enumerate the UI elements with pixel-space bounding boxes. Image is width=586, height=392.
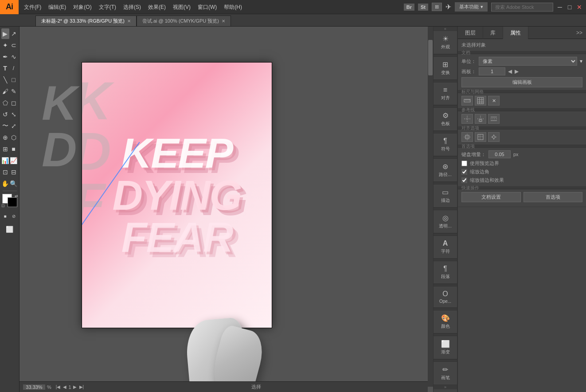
search-input[interactable] bbox=[491, 3, 553, 12]
paintbrush-tool[interactable]: 🖌 bbox=[1, 86, 9, 97]
gradient-tool[interactable]: ■ bbox=[10, 144, 18, 154]
menu-file[interactable]: 文件(F) bbox=[20, 0, 45, 14]
rotate-tool[interactable]: ↺ bbox=[1, 109, 9, 120]
mid-panel-stroke[interactable]: ▭ 描边 bbox=[434, 184, 457, 208]
tab-properties[interactable]: 属性 bbox=[503, 27, 528, 39]
preferences-button[interactable]: 首选项 bbox=[523, 192, 583, 202]
minimize-button[interactable]: ─ bbox=[557, 4, 563, 10]
reset-colors-icon[interactable]: ⊡ bbox=[1, 204, 5, 208]
canvas-area[interactable]: KEEP DYING FEAR KDF KD bbox=[20, 27, 433, 392]
magic-wand-tool[interactable]: ✦ bbox=[1, 40, 9, 51]
snap-grid-btn[interactable] bbox=[475, 132, 486, 142]
next-page-btn[interactable]: ▶ bbox=[72, 384, 78, 389]
vertical-scrollbar[interactable] bbox=[428, 27, 433, 387]
tab-close-untitled[interactable]: ✕ bbox=[127, 19, 131, 24]
mid-panel-color[interactable]: 🎨 颜色 bbox=[434, 310, 457, 333]
show-guides-btn[interactable] bbox=[461, 114, 473, 124]
mid-panel-brushes[interactable]: ✏ 画笔 bbox=[434, 362, 457, 385]
lasso-tool[interactable]: ⊂ bbox=[10, 40, 18, 51]
tab-untitled[interactable]: 未标题-2* @ 33.33% (RGB/GPU 预览) ✕ bbox=[35, 16, 137, 26]
keyboard-increment-input[interactable] bbox=[488, 150, 511, 158]
mesh-tool[interactable]: ⊞ bbox=[1, 144, 9, 154]
zoom-tool[interactable]: 🔍 bbox=[10, 178, 18, 189]
tab-layers[interactable]: 图层 bbox=[458, 27, 483, 39]
selection-tool[interactable]: ▶ bbox=[1, 28, 9, 39]
bar-chart-tool[interactable]: 📈 bbox=[10, 155, 18, 166]
none-btn[interactable]: ⊘ bbox=[10, 211, 18, 221]
scale-strokes-checkbox[interactable] bbox=[461, 177, 467, 183]
snap-point-btn[interactable] bbox=[461, 132, 473, 142]
snap-pixel-btn[interactable] bbox=[488, 132, 500, 142]
mid-panel-symbols[interactable]: ¶ 符号 bbox=[434, 133, 457, 156]
scale-tool[interactable]: ⤡ bbox=[10, 109, 18, 120]
rect-tool[interactable]: □ bbox=[10, 74, 18, 85]
panel-expand-icon[interactable]: >> bbox=[573, 27, 586, 39]
puppet-warp-tool[interactable]: ⊕ bbox=[1, 132, 9, 143]
close-button[interactable]: ✕ bbox=[576, 4, 582, 10]
swap-colors-icon[interactable]: ⇄ bbox=[15, 194, 18, 198]
snap-icon-btn[interactable]: ✕ bbox=[488, 96, 500, 106]
mid-panel-transform[interactable]: ⊞ 变换 bbox=[434, 57, 457, 80]
libraries-btn[interactable]: ⊞ bbox=[432, 3, 442, 11]
menu-type[interactable]: 文字(T) bbox=[95, 0, 120, 14]
edit-artboard-button[interactable]: 编辑画板 bbox=[461, 77, 582, 87]
collapse-bottom-btn[interactable]: » bbox=[434, 385, 457, 389]
stock-btn[interactable]: St bbox=[418, 4, 428, 11]
scale-corners-checkbox[interactable] bbox=[461, 169, 467, 175]
last-page-btn[interactable]: ▶| bbox=[78, 384, 85, 389]
line-tool[interactable]: ╲ bbox=[1, 74, 9, 85]
doc-settings-button[interactable]: 文档设置 bbox=[461, 192, 521, 202]
tab-trythis[interactable]: 尝试.ai @ 100% (CMYK/GPU 预览) ✕ bbox=[137, 16, 231, 26]
preview-bounds-checkbox[interactable] bbox=[461, 161, 467, 166]
mid-panel-appearance[interactable]: ☀ 外观 bbox=[434, 31, 457, 54]
free-transform-tool[interactable]: ⤢ bbox=[10, 121, 18, 131]
first-page-btn[interactable]: |◀ bbox=[55, 384, 62, 389]
mid-panel-paragraph[interactable]: ¶ 段落 bbox=[434, 261, 457, 284]
menu-effect[interactable]: 效果(E) bbox=[145, 0, 169, 14]
menu-help[interactable]: 帮助(H) bbox=[220, 0, 246, 14]
pencil-tool[interactable]: ✎ bbox=[10, 86, 18, 97]
fill-color-btn[interactable]: ■ bbox=[1, 211, 9, 221]
curvature-tool[interactable]: ∿ bbox=[10, 51, 18, 62]
pen-tool[interactable]: ✒ bbox=[1, 51, 9, 62]
slice-tool[interactable]: ⊡ bbox=[1, 167, 9, 177]
mid-panel-transparency[interactable]: ◎ 透明... bbox=[434, 210, 457, 233]
tab-close-trythis[interactable]: ✕ bbox=[222, 19, 225, 24]
slice-select-tool[interactable]: ⊟ bbox=[10, 167, 18, 177]
menu-edit[interactable]: 编辑(E) bbox=[45, 0, 70, 14]
mid-panel-opentype[interactable]: O Ope... bbox=[434, 286, 457, 308]
menu-view[interactable]: 视图(V) bbox=[169, 0, 194, 14]
change-screen-mode-btn[interactable]: ⬜ bbox=[1, 224, 18, 235]
direct-selection-tool[interactable]: ↗ bbox=[10, 28, 18, 39]
mid-panel-gradient[interactable]: ⬜ 渐变 bbox=[434, 336, 457, 359]
tab-libraries[interactable]: 库 bbox=[483, 27, 503, 39]
warp-tool[interactable]: 〜 bbox=[1, 121, 9, 131]
ruler-icon-btn[interactable] bbox=[461, 96, 473, 106]
bridge-btn[interactable]: Br bbox=[404, 4, 414, 11]
collapse-top-btn[interactable]: « bbox=[434, 27, 457, 31]
vertical-type-tool[interactable]: / bbox=[10, 63, 18, 74]
smart-guides-btn[interactable] bbox=[488, 114, 500, 124]
shaper-tool[interactable]: ⬠ bbox=[1, 98, 9, 108]
chart-tool[interactable]: 📊 bbox=[1, 155, 9, 166]
share-btn[interactable]: ✈ bbox=[445, 3, 451, 11]
zoom-input[interactable] bbox=[23, 384, 45, 390]
prev-page-btn[interactable]: ◀ bbox=[62, 384, 67, 389]
eraser-tool[interactable]: ◻ bbox=[10, 98, 18, 108]
hand-tool[interactable]: ✋ bbox=[1, 178, 9, 189]
mid-panel-character[interactable]: A 字符 bbox=[434, 236, 457, 259]
background-color[interactable] bbox=[8, 197, 17, 207]
unit-select[interactable]: 像素 bbox=[479, 57, 577, 66]
perspective-tool[interactable]: ⬡ bbox=[10, 132, 18, 143]
menu-object[interactable]: 对象(O) bbox=[70, 0, 95, 14]
workspace-selector[interactable]: 基本功能 ▾ bbox=[455, 2, 488, 12]
type-tool[interactable]: T bbox=[1, 63, 9, 74]
menu-window[interactable]: 窗口(W) bbox=[194, 0, 220, 14]
mid-panel-pathfinder[interactable]: ⊛ 路径... bbox=[434, 159, 457, 182]
lock-guides-btn[interactable] bbox=[475, 114, 486, 124]
artboard-number-input[interactable] bbox=[479, 67, 505, 75]
menu-select[interactable]: 选择(S) bbox=[120, 0, 145, 14]
mid-panel-align[interactable]: ≡ 对齐 bbox=[434, 82, 457, 105]
vertical-scroll-thumb[interactable] bbox=[428, 40, 433, 75]
maximize-button[interactable]: □ bbox=[566, 4, 573, 10]
